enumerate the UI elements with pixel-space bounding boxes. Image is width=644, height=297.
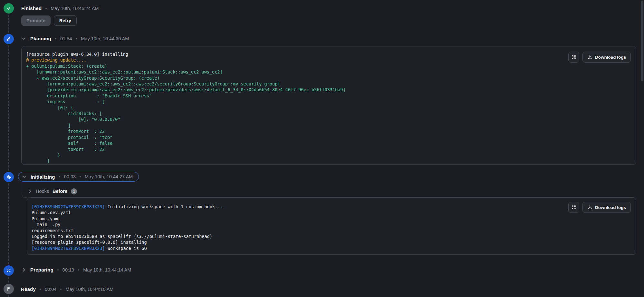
stage-timestamp: May 10th, 10:46:24 AM [51, 6, 99, 11]
log-line: + aws:ec2/securityGroup:SecurityGroup: (… [26, 75, 631, 81]
chevron-right-icon[interactable] [28, 189, 32, 193]
stage-label: Initializing [31, 174, 55, 180]
stage-icon-planning [4, 34, 14, 44]
hooks-tree-line [22, 191, 26, 191]
dot-separator [76, 38, 77, 39]
dot-separator [78, 269, 79, 271]
expand-logs-button[interactable] [568, 202, 579, 213]
stage-label: Preparing [30, 267, 53, 272]
log-line: ] [26, 123, 631, 128]
stage-icon-finished [4, 3, 14, 14]
planning-log-lines: [resource plugin aws-6.34.0] installing@… [26, 51, 631, 164]
log-line: [urn=urn:pulumi:aws_ec2::aws_ec2::pulumi… [26, 69, 631, 75]
stage-icon-ready [4, 284, 14, 294]
log-line: [resource plugin aws-6.34.0] installing [26, 51, 631, 57]
log-line: [01HXF894MD2TWZF39CXBP8JX23] Initializin… [32, 204, 631, 210]
dot-separator [40, 289, 41, 290]
timeline-connector [8, 15, 9, 33]
finished-actions: Promote Retry [21, 15, 77, 26]
dot-separator [55, 38, 56, 39]
log-line: + pulumi:pulumi:Stack: (create) [26, 63, 631, 69]
timeline-connector [8, 295, 9, 297]
log-line: cidrBlocks: [ [26, 111, 631, 116]
log-line: [0]: "0.0.0.0/0" [26, 116, 631, 122]
download-logs-button[interactable]: Download logs [582, 52, 631, 63]
download-logs-label: Download logs [595, 205, 626, 210]
run-timeline-view: Finished May 10th, 10:46:24 AM Promote R… [0, 0, 644, 297]
check-icon [6, 6, 11, 11]
log-line: @ previewing update.... [26, 57, 631, 63]
chevron-right-icon[interactable] [21, 267, 26, 272]
pencil-icon [6, 36, 11, 42]
timeline-connector [8, 45, 9, 171]
chevron-down-icon[interactable] [21, 36, 26, 41]
stage-label: Ready [21, 286, 36, 292]
stage-label: Finished [21, 5, 42, 11]
log-line: [provider=urn:pulumi:aws_ec2::aws_ec2::p… [26, 87, 631, 93]
log-line: [01HXF894MD2TWZF39CXBP8JX23] Workspace i… [32, 245, 631, 251]
stage-header-planning[interactable]: Planning 01:54 May 10th, 10:44:30 AM [21, 36, 129, 41]
promote-button[interactable]: Promote [21, 15, 51, 26]
dot-separator [80, 176, 81, 177]
dot-separator [60, 289, 62, 290]
gear-icon [6, 174, 12, 180]
log-line: Logged in to eb541023b580 as spacelift (… [32, 233, 631, 239]
log-line: Pulumi.yaml [32, 216, 631, 222]
retry-button[interactable]: Retry [54, 15, 77, 26]
scrollbar[interactable] [641, 1, 643, 81]
log-line: [urn=urn:pulumi:aws_ec2::aws_ec2::aws:ec… [26, 81, 631, 87]
hooks-count-badge: 1 [71, 188, 77, 194]
log-line: ] [26, 158, 631, 164]
stage-timestamp: May 10th, 10:44:10 AM [65, 287, 113, 292]
stage-duration: 00:13 [62, 267, 74, 272]
log-line: self : false [26, 140, 631, 146]
log-line: fromPort : 22 [26, 128, 631, 134]
stage-label: Planning [30, 36, 51, 41]
planning-log-panel: [resource plugin aws-6.34.0] installing@… [21, 46, 636, 165]
initializing-log-panel: [01HXF894MD2TWZF39CXBP8JX23] Initializin… [27, 197, 636, 255]
stage-icon-initializing [4, 172, 14, 182]
download-icon [587, 205, 592, 210]
dot-separator [57, 269, 59, 271]
log-line: [0]: { [26, 105, 631, 111]
timeline-connector [8, 277, 9, 282]
expand-logs-button[interactable] [568, 52, 579, 63]
dot-separator [59, 176, 60, 177]
stage-timestamp: May 10th, 10:44:27 AM [85, 174, 133, 179]
stage-duration: 00:04 [45, 287, 56, 292]
log-line: Pulumi.dev.yaml [32, 210, 631, 215]
dot-separator [45, 8, 47, 9]
stage-header-ready: Ready 00:04 May 10th, 10:44:10 AM [21, 286, 113, 292]
log-panel-actions: Download logs [568, 52, 631, 63]
checklist-icon [6, 268, 11, 273]
hooks-tree-line [22, 192, 27, 198]
log-line: toPort : 22 [26, 146, 631, 152]
hooks-before-row[interactable]: Hooks Before 1 [28, 188, 77, 194]
chevron-down-icon[interactable] [22, 174, 27, 179]
stage-header-initializing[interactable]: Initializing 00:03 May 10th, 10:44:27 AM [18, 172, 139, 182]
log-line: protocol : "tcp" [26, 134, 631, 140]
stage-duration: 01:54 [60, 36, 72, 41]
stage-timestamp: May 10th, 10:44:30 AM [81, 36, 129, 41]
timeline-connector [8, 183, 9, 264]
stage-icon-preparing [4, 265, 14, 276]
stage-header-preparing[interactable]: Preparing 00:13 May 10th, 10:44:14 AM [21, 267, 131, 272]
log-line: requirements.txt [32, 228, 631, 233]
download-logs-button[interactable]: Download logs [582, 202, 631, 213]
stage-timestamp: May 10th, 10:44:14 AM [83, 267, 131, 272]
download-logs-label: Download logs [595, 55, 626, 60]
log-line: ingress : [ [26, 99, 631, 104]
stage-duration: 00:03 [64, 174, 76, 179]
log-line: __main__.py [32, 222, 631, 227]
expand-icon [571, 205, 576, 210]
download-icon [587, 54, 592, 60]
log-line: } [26, 152, 631, 158]
initializing-log-lines: [01HXF894MD2TWZF39CXBP8JX23] Initializin… [32, 204, 631, 251]
flag-icon [6, 286, 11, 292]
hooks-prefix-label: Hooks [36, 189, 49, 194]
log-line: [resource plugin spacelift-0.0.0] instal… [32, 239, 631, 245]
log-panel-actions: Download logs [568, 202, 631, 213]
hooks-name-label: Before [53, 189, 67, 194]
log-line: description : "Enable SSH access" [26, 93, 631, 99]
stage-header-finished: Finished May 10th, 10:46:24 AM [21, 5, 99, 11]
